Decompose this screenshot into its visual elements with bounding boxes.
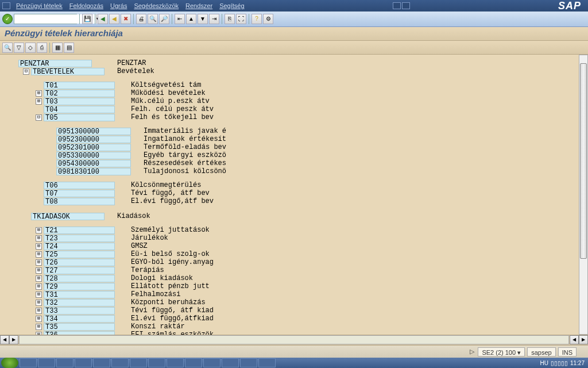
tree-code[interactable]: 0953300000 — [56, 152, 131, 159]
tree-toggle-icon[interactable]: ⊞ — [36, 324, 42, 330]
tree-code[interactable]: T24 — [44, 243, 115, 250]
task-button[interactable] — [130, 358, 147, 367]
tree-toggle-icon[interactable]: ⊞ — [36, 90, 42, 97]
tree-row[interactable]: ⊞T02Működési bevételek — [10, 89, 586, 97]
back-icon[interactable]: ◀ — [98, 14, 108, 24]
minimize-icon[interactable] — [393, 2, 401, 9]
tree-row[interactable]: ⊞T26EGYO-ból igény.anyag — [10, 258, 586, 266]
tree-row[interactable]: T08El.évi függő,átf bev — [10, 197, 586, 205]
expand-all-icon[interactable]: ◇ — [25, 43, 36, 53]
grid-view-icon[interactable]: ▤ — [64, 43, 74, 53]
task-button[interactable] — [258, 358, 276, 367]
tree-row[interactable]: ⊞T32Központi beruházás — [10, 298, 586, 306]
tree-row[interactable]: ⊞T36EFI számlás eszközök — [10, 331, 586, 335]
list-view-icon[interactable]: ▦ — [52, 43, 63, 53]
exit-icon[interactable]: ◀ — [109, 14, 119, 24]
find-next-icon[interactable]: 🔎 — [159, 14, 169, 24]
tree-code[interactable]: T06 — [44, 182, 115, 189]
tree-code[interactable]: 0951300000 — [56, 128, 131, 135]
menu-icon[interactable] — [2, 2, 10, 9]
tree-row[interactable]: T07Tévi függő, átf bev — [10, 189, 586, 197]
prev-page-icon[interactable]: ▲ — [186, 14, 196, 24]
tree-toggle-icon[interactable]: ⊞ — [36, 283, 42, 290]
task-button[interactable] — [203, 358, 220, 367]
cancel-icon[interactable]: ✖ — [121, 14, 131, 24]
tree-code[interactable]: T26 — [44, 259, 115, 266]
tree-code[interactable]: TKIADASOK — [31, 213, 105, 220]
tree-code[interactable]: T04 — [44, 106, 115, 113]
tree-row[interactable]: 0952300000Ingatlanok értékesít — [10, 135, 586, 143]
first-page-icon[interactable]: ⇤ — [175, 14, 185, 24]
tree-toggle-icon[interactable]: ⊞ — [36, 98, 42, 105]
tree-toggle-icon[interactable]: ⊞ — [36, 292, 42, 298]
task-button[interactable] — [56, 358, 74, 367]
tree-code[interactable]: T29 — [44, 283, 115, 290]
find-icon[interactable]: 🔍 — [148, 14, 158, 24]
tree-row[interactable]: T01Költségvetési tám — [10, 81, 586, 89]
tree-row[interactable]: ⊞T27Terápiás — [10, 266, 586, 274]
position-icon[interactable]: ⎙ — [37, 43, 47, 53]
find-tool-icon[interactable]: 🔍 — [2, 43, 13, 53]
tree-toggle-icon[interactable]: ⊞ — [36, 308, 42, 314]
tree-code[interactable]: T01 — [44, 82, 115, 89]
print-icon[interactable]: 🖨 — [136, 14, 146, 24]
tree-toggle-icon[interactable]: ⊟ — [23, 68, 29, 75]
horizontal-scrollbar[interactable]: ◀ ▶ ◀ ▶ — [0, 335, 588, 345]
menu-item[interactable]: Segédeszközök — [130, 2, 182, 9]
last-page-icon[interactable]: ⇥ — [209, 14, 219, 24]
tree-toggle-icon[interactable]: ⊟ — [36, 114, 42, 121]
tree-code[interactable]: T32 — [44, 299, 115, 306]
task-button[interactable] — [167, 358, 184, 367]
menu-item[interactable]: Segítség — [216, 2, 247, 9]
layout-icon[interactable]: ⚙ — [263, 14, 273, 24]
tree-row[interactable]: ⊞T33Tévi függő, átf kiad — [10, 306, 586, 315]
tree-row[interactable]: 0952301000Termőföld-eladás bev — [10, 143, 586, 151]
tree-code[interactable]: 0954300000 — [56, 160, 131, 167]
tree-row[interactable]: ⊞T35Konszi raktár — [10, 323, 586, 331]
tree-row[interactable]: ⊞T29Ellátott pénzb jutt — [10, 282, 586, 290]
tree-code[interactable]: T34 — [44, 315, 115, 323]
tree-code[interactable]: T08 — [44, 198, 115, 205]
tree-code[interactable]: T31 — [44, 291, 115, 298]
tree-row[interactable]: T06Kölcsönmegtérülés — [10, 181, 586, 189]
start-button[interactable] — [1, 358, 18, 368]
menu-item[interactable]: Rendszer — [182, 2, 216, 9]
enter-button[interactable]: ✓ — [2, 14, 13, 24]
new-session-icon[interactable]: ⎘ — [225, 14, 235, 24]
tree-code[interactable]: T03 — [44, 98, 115, 105]
tree-row[interactable]: T04Felh. célú peszk átv — [10, 105, 586, 113]
task-button[interactable] — [222, 358, 239, 367]
task-button[interactable] — [93, 358, 110, 367]
tree-row[interactable]: ⊞T31Felhalmozási — [10, 290, 586, 298]
tree-code[interactable]: T02 — [44, 90, 115, 97]
tree-row[interactable]: ⊞T34El.évi függő,átfkiad — [10, 315, 586, 323]
tree-toggle-icon[interactable]: ⊞ — [36, 275, 42, 282]
tree-row[interactable]: ⊟T05Felh és tőkejell bev — [10, 113, 586, 121]
tree-code[interactable]: TBEVETELEK — [31, 68, 105, 75]
command-field[interactable]: ▾ — [14, 14, 77, 24]
shortcut-icon[interactable]: ⛶ — [236, 14, 246, 24]
tree-row[interactable]: 0951300000Immateriális javak é — [10, 127, 586, 135]
tree-code[interactable]: 0981830100 — [56, 168, 131, 175]
tree-toggle-icon[interactable]: ⊞ — [36, 259, 42, 266]
tree-code[interactable]: T23 — [44, 235, 115, 242]
tree-row[interactable]: ⊞T23Járulékok — [10, 234, 586, 242]
tree-code[interactable]: T21 — [44, 227, 115, 234]
tree-row[interactable]: TKIADASOKKiadások — [10, 212, 586, 220]
tree-row[interactable]: 0981830100Tulajdonosi kölcsönö — [10, 167, 586, 175]
tree-code[interactable]: PENZTAR — [18, 60, 92, 67]
status-arrow-icon[interactable]: ▷ — [467, 348, 477, 355]
tree-code[interactable]: T05 — [44, 114, 115, 121]
maximize-icon[interactable] — [402, 2, 410, 9]
tree-toggle-icon[interactable]: ⊞ — [36, 316, 42, 322]
tree-row[interactable]: ⊟TBEVETELEKBevételek — [10, 67, 586, 75]
menu-item[interactable]: Pénzügyi tételek — [13, 2, 66, 9]
tree-row[interactable]: ⊞T21Személyi juttatások — [10, 226, 586, 234]
task-button[interactable] — [111, 358, 129, 367]
expand-subtree-icon[interactable]: ▽ — [14, 43, 24, 53]
tree-row[interactable]: ⊞T03Műk.célú p.eszk átv — [10, 97, 586, 105]
menu-item[interactable]: Ugrás — [107, 2, 130, 9]
tree-row[interactable]: ⊞T28Dologi kiadások — [10, 274, 586, 282]
tree-toggle-icon[interactable]: ⊞ — [36, 267, 42, 274]
task-button[interactable] — [20, 358, 37, 367]
